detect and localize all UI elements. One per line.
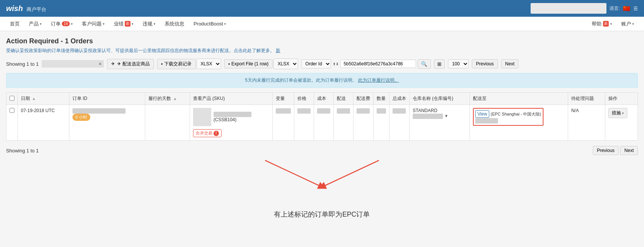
product-name-redacted <box>214 112 251 117</box>
nav-productboost[interactable]: ProductBoost ▾ <box>190 17 230 31</box>
search-field-select[interactable]: Order Id <box>301 59 331 68</box>
deliver-address-redacted <box>475 118 498 124</box>
variation-redacted <box>276 108 291 114</box>
th-variation: 变量 <box>272 93 294 105</box>
th-order-id: 订单 ID <box>69 93 145 105</box>
hours-badge: 0 小时 <box>72 114 90 121</box>
export-format-select[interactable]: XLSX <box>273 59 298 69</box>
row-order-id: 0 小时 <box>69 105 145 141</box>
action-button[interactable]: 措施 ▾ <box>608 108 627 118</box>
download-record-wrap: ▪ 下载交易记录 XLSX <box>157 59 221 69</box>
next-button-top[interactable]: Next <box>501 59 519 68</box>
grid-view-button[interactable]: ⊞ <box>434 59 445 69</box>
total-cost-redacted <box>393 108 406 114</box>
view-epc-link[interactable]: View <box>475 110 490 118</box>
svg-line-1 <box>322 160 379 187</box>
th-warehouse: 仓库名称 (仓库编号) <box>409 93 470 105</box>
nav-system[interactable]: 系统信息 <box>161 17 188 31</box>
product-sku: (CSSB104) <box>214 117 237 122</box>
search-area: 语言: 🇨🇳 ☰ <box>531 3 638 14</box>
nav-violations[interactable]: 违规 ▾ <box>139 17 159 31</box>
sort-arrows: ⬆⬇ <box>333 62 339 66</box>
select-all-checkbox[interactable] <box>9 96 14 101</box>
search-input[interactable] <box>531 3 606 14</box>
row-product: (CSSB104) 合并交易 ! <box>190 105 272 141</box>
policy-notice: 受确认妥投政策影响的订单须使用确认妥投政策认可、可提供最后一公里物流跟踪信息的物… <box>6 48 638 54</box>
menu-icon: ☰ <box>633 6 638 11</box>
filter-input[interactable] <box>44 61 97 66</box>
table-header: 日期 ▲ 订单 ID 履行的天数 ▲ 查看产品 (SKU) 变量 <box>6 93 638 105</box>
policy-link[interactable]: 新 <box>276 48 280 53</box>
merge-transaction-button[interactable]: 合并交易 ! <box>193 129 221 137</box>
nav-products[interactable]: 产品 ▾ <box>25 17 46 31</box>
bottom-toolbar: Showing 1 to 1 Previous Next <box>6 144 638 157</box>
row-shipping-fee <box>353 105 373 141</box>
row-checkbox[interactable] <box>9 108 14 113</box>
download-record-button[interactable]: ▪ 下载交易记录 <box>157 59 196 69</box>
th-total-cost: 总成本 <box>389 93 409 105</box>
row-deliver-to: View (EPC Shanghai - 中国大陆) <box>470 105 568 141</box>
search-value-input[interactable] <box>340 60 416 68</box>
row-date: 07-19-2018 UTC <box>18 105 69 141</box>
orders-badge: 14 <box>62 21 70 26</box>
epc-label: (EPC Shanghai - 中国大陆) <box>491 112 541 116</box>
warehouse-arrow: ▼ <box>444 114 448 118</box>
menu-bar: 首页 产品 ▾ 订单 14 ▾ 客户问题 ▾ 业绩 新 ▾ 违规 ▾ 系统信息 … <box>0 17 644 31</box>
download-format-select[interactable]: XLSX <box>196 59 221 69</box>
prev-button-top[interactable]: Previous <box>472 59 498 68</box>
info-banner-link[interactable]: 此为订单履行说明。 <box>358 78 399 83</box>
th-quantity: 数量 <box>373 93 389 105</box>
order-id-redacted <box>72 108 126 114</box>
warehouse-id-redacted <box>413 114 443 119</box>
nav-home[interactable]: 首页 <box>6 17 24 31</box>
nav-help[interactable]: 帮助新 ▾ <box>588 17 616 31</box>
quantity-redacted <box>377 108 386 114</box>
row-cost <box>314 105 333 141</box>
cost-redacted <box>317 108 330 114</box>
row-warehouse: STANDARD ▼ <box>409 105 470 141</box>
th-date: 日期 ▲ <box>18 93 69 105</box>
lang-label: 语言: <box>609 5 620 12</box>
info-banner: 5天内未履行完成的订单会被退款。此为订单履行说明。 此为订单履行说明。 <box>6 73 638 88</box>
export-file-button[interactable]: ▪ Export File (1 row) <box>224 59 273 68</box>
th-actions: 操作 <box>605 93 638 105</box>
row-price <box>294 105 314 141</box>
prev-button-bottom[interactable]: Previous <box>593 146 619 155</box>
table-row: 07-19-2018 UTC 0 小时 <box>6 105 638 141</box>
dispatch-button[interactable]: ✈ ✈ 配送选定商品 <box>107 59 154 69</box>
nav-performance[interactable]: 业绩 新 ▾ <box>110 17 137 31</box>
th-checkbox <box>6 93 18 105</box>
nav-orders[interactable]: 订单 14 ▾ <box>47 17 77 31</box>
date-sort-icon[interactable]: ▲ <box>32 97 36 101</box>
product-cell: (CSSB104) 合并交易 ! <box>193 108 269 137</box>
svg-line-0 <box>265 160 322 187</box>
showing-label-bottom: Showing 1 to 1 <box>6 148 39 154</box>
th-shipping-fee: 配送费 <box>353 93 373 105</box>
flag-icon: 🇨🇳 <box>623 5 630 12</box>
days-sort-icon[interactable]: ▲ <box>173 97 177 101</box>
shipping-fee-redacted <box>357 108 370 114</box>
next-button-bottom[interactable]: Next <box>620 146 638 155</box>
orders-table: 日期 ▲ 订单 ID 履行的天数 ▲ 查看产品 (SKU) 变量 <box>6 92 638 141</box>
th-shipping: 配送 <box>333 93 353 105</box>
nav-account[interactable]: 账户 ▾ <box>617 17 638 31</box>
nav-customer[interactable]: 客户问题 ▾ <box>78 17 108 31</box>
action-chevron-icon: ▾ <box>622 111 624 115</box>
product-image <box>193 108 211 126</box>
export-icon: ▪ <box>228 61 230 66</box>
search-button[interactable]: 🔍 <box>418 59 431 69</box>
annotation-arrows <box>189 157 455 195</box>
row-total-cost <box>389 105 409 141</box>
filter-input-wrap: × <box>42 60 104 68</box>
row-days <box>145 105 190 141</box>
logo: wish 商户平台 <box>6 4 46 13</box>
row-variation <box>272 105 294 141</box>
page-size-select[interactable]: 100 <box>448 59 469 68</box>
shipping-redacted <box>337 108 350 114</box>
filter-clear-button[interactable]: × <box>99 61 102 67</box>
top-nav: wish 商户平台 语言: 🇨🇳 ☰ <box>0 0 644 17</box>
help-new-badge: 新 <box>603 21 609 27</box>
showing-label-top: Showing 1 to 1 <box>6 61 39 67</box>
dispatch-icon: ✈ <box>111 61 115 66</box>
row-pending: N/A <box>568 105 605 141</box>
